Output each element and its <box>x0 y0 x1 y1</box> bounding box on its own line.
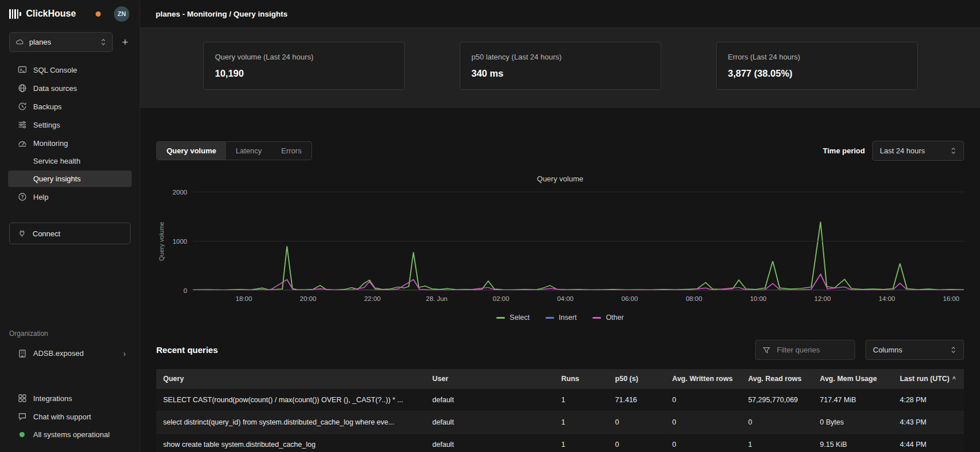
clickhouse-logo-icon <box>9 9 21 19</box>
time-period-select[interactable]: Last 24 hours <box>872 141 964 161</box>
sidebar-item-backups[interactable]: Backups <box>8 98 132 115</box>
sidebar: ClickHouse ZN planes + <box>0 0 140 452</box>
chart-canvas <box>193 192 964 291</box>
table-row[interactable]: show create table system.distributed_cac… <box>156 434 964 452</box>
sidebar-item-label: Settings <box>33 121 60 129</box>
table-cell: 0 <box>741 411 813 434</box>
y-axis-label: Query volume <box>156 192 167 291</box>
chart-plot[interactable] <box>193 192 964 291</box>
sidebar-item-service-health[interactable]: Service health <box>8 153 132 169</box>
time-period-label: Time period <box>823 146 865 155</box>
sidebar-item-sql-console[interactable]: SQL Console <box>8 61 132 78</box>
organization-section-label: Organization <box>9 330 131 338</box>
sidebar-item-data-sources[interactable]: Data sources <box>8 80 132 97</box>
column-header[interactable]: Avg. Read rows <box>741 369 813 389</box>
stat-label: Query volume (Last 24 hours) <box>215 53 393 61</box>
legend-swatch <box>592 317 601 319</box>
sidebar-item-label: SQL Console <box>33 66 77 74</box>
sidebar-item-chat-support[interactable]: Chat with support <box>8 408 132 425</box>
chevron-up-down-icon <box>950 147 957 154</box>
filter-queries-input[interactable] <box>776 345 848 355</box>
chart-controls-row: Query volume Latency Errors Time period … <box>156 141 964 161</box>
column-header[interactable]: Last run (UTC)^ <box>893 369 964 389</box>
gridline <box>193 241 964 241</box>
sidebar-item-label: Service health <box>33 157 80 165</box>
legend-item-other[interactable]: Other <box>592 314 623 322</box>
table-cell: 0 <box>665 389 741 411</box>
chevron-up-down-icon <box>100 38 106 46</box>
x-tick-label: 22:00 <box>364 295 381 302</box>
column-header[interactable]: Avg. Written rows <box>665 369 741 389</box>
organization-section: Organization ADSB.exposed › Integrati <box>0 330 140 443</box>
legend-swatch <box>496 317 505 319</box>
filter-queries-box <box>755 340 855 360</box>
sidebar-nav: SQL Console Data sources Backups <box>0 61 140 205</box>
table-row[interactable]: SELECT CAST(round(pow(count() / max(coun… <box>156 389 964 411</box>
x-tick-label: 20:00 <box>300 295 317 302</box>
query-cell: show create table system.distributed_cac… <box>156 434 425 452</box>
x-tick-label: 04:00 <box>557 295 574 302</box>
table-cell: 0 <box>665 434 741 452</box>
tab-latency[interactable]: Latency <box>226 142 272 160</box>
table-cell: default <box>425 411 554 434</box>
column-header[interactable]: User <box>425 369 554 389</box>
series-select <box>193 222 964 290</box>
y-tick-label: 1000 <box>172 238 187 245</box>
chat-icon <box>18 412 27 421</box>
sidebar-header: ClickHouse ZN <box>0 0 140 27</box>
chart-title: Query volume <box>156 175 964 183</box>
svg-text:?: ? <box>21 194 23 200</box>
x-tick-label: 10:00 <box>750 295 766 302</box>
table-cell: 57,295,770,069 <box>741 389 813 411</box>
sidebar-item-label: Help <box>33 193 49 201</box>
tab-query-volume[interactable]: Query volume <box>157 142 226 160</box>
chart-legend: SelectInsertOther <box>156 314 964 322</box>
sidebar-item-help[interactable]: ? Help <box>8 188 132 205</box>
sidebar-item-monitoring[interactable]: Monitoring <box>8 134 132 152</box>
chart-tabs: Query volume Latency Errors <box>156 141 312 160</box>
workspace-status-dot <box>96 11 101 17</box>
organization-item[interactable]: ADSB.exposed › <box>8 344 132 362</box>
legend-item-select[interactable]: Select <box>496 314 529 322</box>
table-row[interactable]: select distrinct(query_id) from system.d… <box>156 411 964 434</box>
sidebar-item-query-insights[interactable]: Query insights <box>8 171 132 187</box>
plug-icon <box>18 229 26 238</box>
globe-icon <box>18 84 27 93</box>
stat-card-p50-latency: p50 latency (Last 24 hours) 340 ms <box>460 42 661 90</box>
column-header[interactable]: Runs <box>555 369 608 389</box>
add-service-button[interactable]: + <box>120 35 131 49</box>
time-period-control: Time period Last 24 hours <box>823 141 964 161</box>
table-body: SELECT CAST(round(pow(count() / max(coun… <box>156 389 964 452</box>
x-tick-label: 16:00 <box>943 295 959 302</box>
x-tick-label: 18:00 <box>236 295 252 302</box>
main-area: planes - Monitoring / Query insights Que… <box>140 0 980 452</box>
column-header[interactable]: Avg. Mem Usage <box>813 369 893 389</box>
columns-select[interactable]: Columns <box>866 340 964 360</box>
console-icon <box>18 65 27 74</box>
legend-item-insert[interactable]: Insert <box>546 314 576 322</box>
table-cell: 4:28 PM <box>893 389 964 411</box>
query-cell: select distrinct(query_id) from system.d… <box>156 411 425 434</box>
table-cell: 0 Bytes <box>813 411 893 434</box>
avatar[interactable]: ZN <box>114 6 129 22</box>
recent-queries-title: Recent queries <box>156 345 218 355</box>
cloud-service-icon <box>15 38 24 46</box>
column-header[interactable]: Query <box>156 369 425 389</box>
sidebar-item-label: All systems operational <box>33 430 110 439</box>
tab-errors[interactable]: Errors <box>271 142 311 160</box>
connect-button[interactable]: Connect <box>9 223 131 244</box>
y-tick-label: 2000 <box>172 189 187 196</box>
building-icon <box>18 349 27 358</box>
time-period-value: Last 24 hours <box>880 146 925 155</box>
service-name: planes <box>29 38 95 46</box>
table-cell: 0 <box>608 411 666 434</box>
column-header[interactable]: p50 (s) <box>608 369 666 389</box>
gridline <box>193 290 964 291</box>
x-tick-label: 28. Jun <box>426 295 448 302</box>
legend-label: Other <box>606 314 623 322</box>
sidebar-item-settings[interactable]: Settings <box>8 116 132 133</box>
service-selector[interactable]: planes <box>9 32 113 52</box>
sidebar-item-integrations[interactable]: Integrations <box>8 390 132 407</box>
sidebar-item-system-status[interactable]: All systems operational <box>8 426 132 443</box>
x-tick-label: 02:00 <box>493 295 509 302</box>
